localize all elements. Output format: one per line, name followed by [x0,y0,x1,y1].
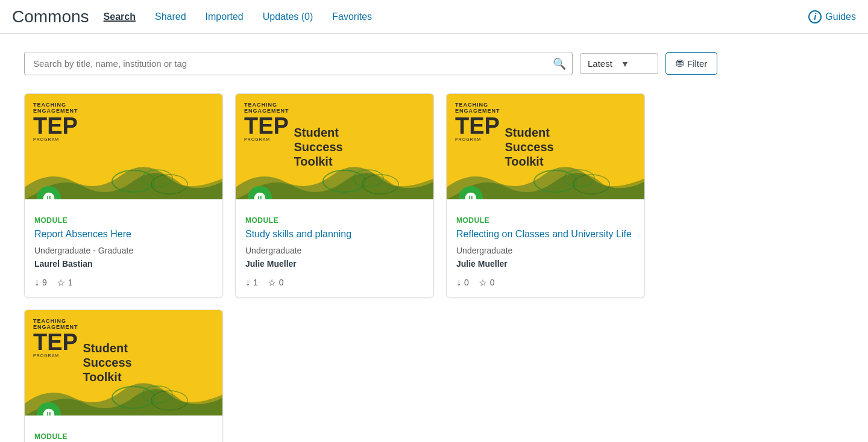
cards-grid: TEACHING ENGAGEMENT TEP PROGRAM MODU [0,87,868,442]
download-icon-2: ↓ [245,277,250,288]
module-svg-icon-3 [464,191,477,199]
module-svg-icon-4 [42,408,55,416]
card-1-image: TEACHING ENGAGEMENT TEP PROGRAM [25,94,222,199]
search-area: 🔍 Latest ▼ ⛃ Filter [0,34,868,87]
module-svg-icon [42,191,55,199]
search-wrapper: 🔍 [24,52,573,75]
filter-icon: ⛃ [676,58,684,69]
card-2-favorite-count: 0 [279,278,284,287]
card-4-image: TEACHING ENGAGEMENT TEP PROGRAM StudentS… [25,310,222,416]
nav-shared[interactable]: Shared [146,7,195,27]
nav-favorites[interactable]: Favorites [324,7,380,27]
module-svg-icon-2 [253,191,266,199]
card-1-title[interactable]: Report Absences Here [34,228,213,241]
card-3-level: Undergraduate [456,246,635,255]
card-3-author: Julie Mueller [456,259,635,269]
search-button[interactable]: 🔍 [553,57,566,70]
card-2-level: Undergraduate [245,246,424,255]
card-2: TEACHING ENGAGEMENT TEP PROGRAM StudentS… [235,93,434,297]
star-icon: ☆ [57,277,65,288]
card-1-level: Undergraduate - Graduate [34,246,213,255]
filter-label: Filter [687,58,707,69]
filter-button[interactable]: ⛃ Filter [665,52,717,75]
search-input[interactable] [25,52,572,75]
card-2-body: MODULE Study skills and planning Undergr… [236,199,433,297]
card-2-title[interactable]: Study skills and planning [245,228,424,241]
main-nav: Search Shared Imported Updates (0) Favor… [95,7,809,27]
star-icon-3: ☆ [479,277,487,288]
card-3-favorite-count: 0 [490,278,495,287]
download-icon: ↓ [34,277,39,288]
guides-label: Guides [825,11,856,22]
card-4-type: MODULE [34,432,213,441]
card-2-stats: ↓ 1 ☆ 0 [245,277,424,288]
sort-label: Latest [588,58,617,69]
nav-updates[interactable]: Updates (0) [254,7,322,27]
card-1-stats: ↓ 9 ☆ 1 [34,277,213,288]
card-4-subtitle: StudentSuccessToolkit [83,341,132,384]
card-1-favorites: ☆ 1 [57,277,73,288]
tep-logo-2: TEACHING ENGAGEMENT TEP PROGRAM [244,102,289,142]
card-3-favorites: ☆ 0 [479,277,495,288]
app-title: Commons [12,7,89,26]
star-icon-2: ☆ [268,277,276,288]
guides-link[interactable]: i Guides [808,10,856,23]
card-2-download-count: 1 [253,278,258,287]
sort-dropdown[interactable]: Latest ▼ [580,53,658,74]
card-3-image: TEACHING ENGAGEMENT TEP PROGRAM StudentS… [447,94,644,199]
card-1-body: MODULE Report Absences Here Undergraduat… [25,199,222,297]
header: Commons Search Shared Imported Updates (… [0,0,868,34]
info-icon: i [808,10,822,23]
card-1-favorite-count: 1 [68,278,73,287]
tep-logo-3: TEACHING ENGAGEMENT TEP PROGRAM [455,102,500,142]
card-3: TEACHING ENGAGEMENT TEP PROGRAM StudentS… [446,93,645,297]
card-2-image: TEACHING ENGAGEMENT TEP PROGRAM StudentS… [236,94,433,199]
card-2-subtitle: StudentSuccessToolkit [294,125,343,169]
tep-logo-1: TEACHING ENGAGEMENT TEP PROGRAM [33,102,78,142]
card-2-downloads: ↓ 1 [245,277,258,288]
nav-imported[interactable]: Imported [197,7,252,27]
download-icon-3: ↓ [456,277,461,288]
dropdown-arrow-icon: ▼ [621,59,650,69]
card-2-author: Julie Mueller [245,259,424,269]
card-1: TEACHING ENGAGEMENT TEP PROGRAM MODU [24,93,223,297]
card-2-type: MODULE [245,216,424,225]
card-3-downloads: ↓ 0 [456,277,469,288]
tep-logo-4: TEACHING ENGAGEMENT TEP PROGRAM [33,319,78,358]
card-1-downloads: ↓ 9 [34,277,47,288]
card-3-subtitle: StudentSuccessToolkit [505,125,554,169]
card-3-title[interactable]: Reflecting on Classes and University Lif… [456,228,635,241]
card-2-favorites: ☆ 0 [268,277,284,288]
card-3-type: MODULE [456,216,635,225]
card-1-author: Laurel Bastian [34,259,213,269]
card-4: TEACHING ENGAGEMENT TEP PROGRAM StudentS… [24,310,223,442]
card-3-stats: ↓ 0 ☆ 0 [456,277,635,288]
card-3-download-count: 0 [464,278,469,287]
card-1-type: MODULE [34,216,213,225]
card-4-body: MODULE Knowing and Using Campus Resource… [25,416,222,442]
card-3-body: MODULE Reflecting on Classes and Univers… [447,199,644,297]
nav-search[interactable]: Search [95,7,144,27]
card-1-download-count: 9 [42,278,47,287]
